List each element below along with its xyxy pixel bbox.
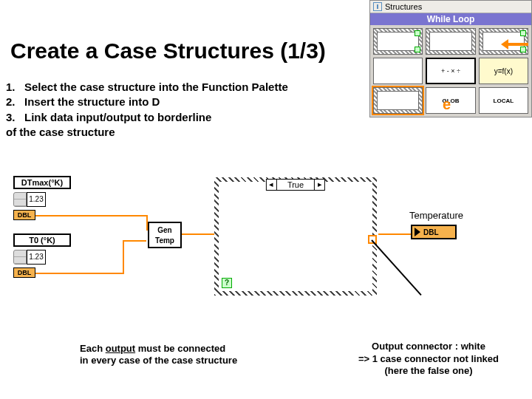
control-label-t0: T0 (°K) <box>13 233 71 247</box>
case-next-arrow[interactable]: ▸ <box>314 180 324 190</box>
dbl-badge: DBL <box>423 228 439 236</box>
selection-marker: e <box>443 96 451 113</box>
instruction-list: 1. Select the case structure into the Fu… <box>6 80 288 140</box>
indicator-label-temperature: Temperature <box>409 210 463 221</box>
dbl-badge: DBL <box>13 210 35 220</box>
wire <box>182 233 214 235</box>
caption-right-l1: Output connector : white <box>372 341 485 352</box>
palette-item-formula[interactable]: + - × ÷ <box>426 58 475 84</box>
palette-item-local[interactable]: LOCAL <box>479 87 528 114</box>
subvi-gen-temp[interactable]: Gen Temp <box>148 222 182 248</box>
control-dtmax-value: 1.23 <box>27 192 46 207</box>
indicator-arrow-icon <box>415 228 420 236</box>
caption-right-l3: (here the false one) <box>384 365 472 376</box>
caption-right-l2: => 1 case connector not linked <box>358 353 499 364</box>
case-prev-arrow[interactable]: ◂ <box>267 180 277 190</box>
block-diagram: DTmax(°K) 1.23 DBL T0 (°K) 1.23 DBL Gen … <box>0 170 532 325</box>
control-t0-value: 1.23 <box>27 250 46 265</box>
palette-title-text: Structures <box>385 2 422 11</box>
caption-left-l2: in every case of the case structure <box>80 355 237 366</box>
stepper-icon[interactable] <box>13 250 27 265</box>
structures-palette: Structures While Loop + - × ÷ y=f(x) GLO… <box>369 0 532 117</box>
pin-icon[interactable] <box>373 2 382 11</box>
case-value[interactable]: True <box>277 180 314 189</box>
control-label-dtmax: DTmax(°K) <box>13 176 71 189</box>
caption-left: Each output must be connected in every c… <box>80 343 272 367</box>
instruction-tail: of the case structure <box>6 125 288 140</box>
caption-left-l1b: output <box>106 343 135 354</box>
caption-left-l1a: Each <box>80 343 106 354</box>
case-selector[interactable]: ◂ True ▸ <box>266 179 325 191</box>
page-title: Create a Case Structures (1/3) <box>10 38 326 64</box>
case-structure-frame: ◂ True ▸ ? <box>219 182 372 291</box>
palette-item-case-structure[interactable] <box>373 87 423 114</box>
palette-item-while-loop[interactable] <box>373 28 423 55</box>
wire <box>123 240 146 242</box>
instruction-2: 2. Insert the structure into D <box>6 95 288 109</box>
dbl-badge: DBL <box>13 267 35 278</box>
palette-banner: While Loop <box>370 13 531 25</box>
caption-right: Output connector : white => 1 case conne… <box>341 341 516 377</box>
palette-item-expression[interactable]: y=f(x) <box>479 58 528 84</box>
wire <box>35 273 123 274</box>
palette-item-flat-sequence[interactable] <box>373 58 423 84</box>
wire <box>378 233 411 235</box>
case-structure[interactable]: ◂ True ▸ ? <box>214 177 377 296</box>
caption-left-l1c: must be connected <box>135 343 225 354</box>
control-dtmax[interactable]: 1.23 <box>13 192 46 207</box>
indicator-temperature: DBL <box>411 225 457 239</box>
palette-titlebar: Structures <box>370 1 531 13</box>
instruction-3: 3. Link data input/output to borderline <box>6 110 288 125</box>
palette-item-sequence[interactable] <box>479 28 528 55</box>
palette-grid: + - × ÷ y=f(x) GLOB LOCAL <box>370 25 531 117</box>
stepper-icon[interactable] <box>13 192 27 207</box>
wire <box>35 215 146 216</box>
control-t0[interactable]: 1.23 <box>13 250 46 265</box>
instruction-1: 1. Select the case structure into the Fu… <box>6 80 288 95</box>
wire <box>123 240 124 274</box>
palette-item-for-loop[interactable] <box>426 28 475 55</box>
annotation-line <box>371 239 421 296</box>
case-selector-terminal[interactable]: ? <box>222 278 232 288</box>
